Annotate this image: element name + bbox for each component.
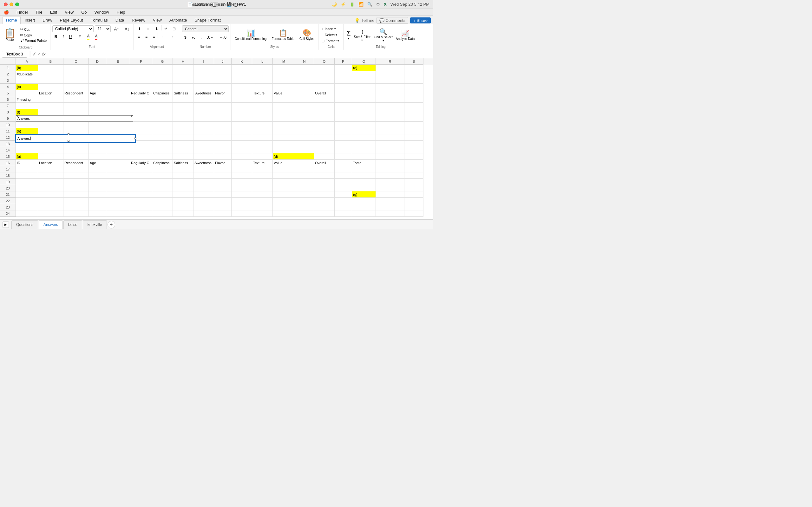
cell-s16[interactable] — [404, 160, 423, 166]
cell-k10[interactable] — [232, 122, 252, 128]
cell-c11[interactable] — [63, 128, 89, 134]
cell-r3[interactable] — [376, 77, 404, 83]
cell-m23[interactable] — [273, 204, 295, 210]
cell-f3[interactable] — [130, 77, 152, 83]
cell-a7[interactable] — [16, 103, 38, 109]
col-header-q[interactable]: Q — [352, 58, 376, 65]
cell-n18[interactable] — [295, 172, 314, 179]
cell-b2[interactable] — [38, 71, 63, 77]
cell-m20[interactable] — [273, 185, 295, 191]
cell-i14[interactable] — [194, 147, 214, 153]
cell-r19[interactable] — [376, 179, 404, 185]
cell-i5[interactable]: Sweetness — [194, 90, 214, 96]
cell-i23[interactable] — [194, 204, 214, 210]
cell-g18[interactable] — [152, 172, 173, 179]
cell-q7[interactable] — [352, 103, 376, 109]
cell-g17[interactable] — [152, 166, 173, 172]
cell-o13[interactable] — [314, 141, 335, 147]
cell-s7[interactable] — [404, 103, 423, 109]
cell-a15[interactable]: (a) — [16, 153, 38, 160]
cell-l3[interactable] — [252, 77, 273, 83]
cell-j20[interactable] — [214, 185, 232, 191]
cell-m22[interactable] — [273, 198, 295, 204]
increase-decimal-btn[interactable]: →.0 — [217, 34, 229, 41]
cell-h10[interactable] — [173, 122, 194, 128]
cell-d11[interactable] — [89, 128, 106, 134]
cell-b5[interactable]: Location — [38, 90, 63, 96]
cell-e22[interactable] — [106, 198, 130, 204]
copy-button[interactable]: ⧉ Copy — [19, 33, 49, 38]
cell-l13[interactable] — [252, 141, 273, 147]
cell-q4[interactable] — [352, 83, 376, 90]
cell-a21[interactable] — [16, 191, 38, 198]
cell-l14[interactable] — [252, 147, 273, 153]
cell-n11[interactable] — [295, 128, 314, 134]
cell-q18[interactable] — [352, 172, 376, 179]
delete-button[interactable]: − Delete ▾ — [320, 32, 342, 38]
cell-c20[interactable] — [63, 185, 89, 191]
handle-right[interactable] — [135, 137, 136, 139]
fill-color-btn[interactable]: A — [85, 33, 92, 40]
cell-r24[interactable] — [376, 210, 404, 217]
cell-i19[interactable] — [194, 179, 214, 185]
cell-o6[interactable] — [314, 96, 335, 103]
col-header-g[interactable]: G — [152, 58, 173, 65]
finder-menu[interactable]: Finder — [15, 9, 30, 15]
cell-f18[interactable] — [130, 172, 152, 179]
cell-d6[interactable] — [89, 96, 106, 103]
cell-a14[interactable] — [16, 147, 38, 153]
tab-knoxville[interactable]: knoxville — [83, 220, 107, 229]
close-button[interactable] — [4, 3, 8, 6]
cell-h7[interactable] — [173, 103, 194, 109]
cell-h18[interactable] — [173, 172, 194, 179]
cell-g15[interactable] — [152, 153, 173, 160]
cell-r20[interactable] — [376, 185, 404, 191]
cell-h15[interactable] — [173, 153, 194, 160]
cell-a17[interactable] — [16, 166, 38, 172]
cell-o9[interactable] — [314, 115, 335, 122]
cell-j9[interactable] — [214, 115, 232, 122]
cell-n6[interactable] — [295, 96, 314, 103]
align-middle-btn[interactable]: ↔ — [144, 25, 152, 32]
cell-m17[interactable] — [273, 166, 295, 172]
cell-r17[interactable] — [376, 166, 404, 172]
cell-q16[interactable]: Taste — [352, 160, 376, 166]
cell-e21[interactable] — [106, 191, 130, 198]
cell-o20[interactable] — [314, 185, 335, 191]
cell-l12[interactable] — [252, 134, 273, 141]
formula-input[interactable] — [47, 51, 432, 58]
col-header-s[interactable]: S — [404, 58, 423, 65]
cell-p18[interactable] — [335, 172, 352, 179]
cell-m24[interactable] — [273, 210, 295, 217]
tab-insert[interactable]: Insert — [21, 16, 39, 24]
cell-s13[interactable] — [404, 141, 423, 147]
cell-i20[interactable] — [194, 185, 214, 191]
cell-c4[interactable] — [63, 83, 89, 90]
cell-b7[interactable] — [38, 103, 63, 109]
cell-e19[interactable] — [106, 179, 130, 185]
col-header-e[interactable]: E — [106, 58, 130, 65]
sheet-area[interactable]: A B C D E F G H I J K L M N O P Q R S 1 … — [0, 58, 433, 219]
cell-j4[interactable] — [214, 83, 232, 90]
format-table-button[interactable]: 📋 Format as Table — [270, 27, 296, 42]
cell-m18[interactable] — [273, 172, 295, 179]
cell-q6[interactable] — [352, 96, 376, 103]
cell-g10[interactable] — [152, 122, 173, 128]
cell-q2[interactable] — [352, 71, 376, 77]
textbox-handle-tr[interactable] — [16, 115, 18, 117]
cell-f6[interactable] — [130, 96, 152, 103]
cell-m6[interactable] — [273, 96, 295, 103]
cell-c14[interactable] — [63, 147, 89, 153]
cell-f8[interactable] — [130, 109, 152, 115]
cell-c3[interactable] — [63, 77, 89, 83]
cell-c17[interactable] — [63, 166, 89, 172]
cell-e17[interactable] — [106, 166, 130, 172]
cell-o15[interactable] — [314, 153, 335, 160]
cell-m21[interactable] — [273, 191, 295, 198]
cell-s24[interactable] — [404, 210, 423, 217]
cell-a11[interactable]: (h) — [16, 128, 38, 134]
cell-j14[interactable] — [214, 147, 232, 153]
cell-l6[interactable] — [252, 96, 273, 103]
cell-j22[interactable] — [214, 198, 232, 204]
cell-e7[interactable] — [106, 103, 130, 109]
